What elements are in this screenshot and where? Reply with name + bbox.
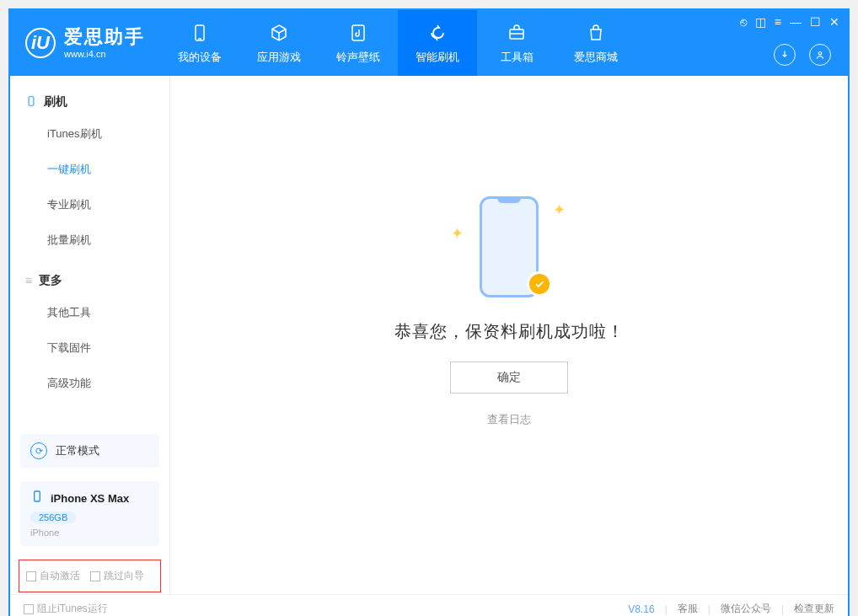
checkbox-icon — [24, 604, 34, 614]
checkbox-label: 阻止iTunes运行 — [37, 602, 108, 616]
sidebar-header-label: 更多 — [39, 273, 62, 288]
mode-box[interactable]: ⟳ 正常模式 — [20, 434, 159, 468]
nav-label: 应用游戏 — [257, 50, 301, 65]
nav-toolbox[interactable]: 工具箱 — [477, 10, 556, 76]
sidebar-section-flash: 刷机 iTunes刷机 一键刷机 专业刷机 批量刷机 — [10, 88, 169, 266]
footer-link-wechat[interactable]: 微信公众号 — [721, 602, 771, 616]
device-phone-icon — [30, 490, 44, 506]
sidebar-section-more: ≡ 更多 其他工具 下载固件 高级功能 — [10, 266, 169, 410]
nav-flash[interactable]: 智能刷机 — [398, 10, 477, 76]
sidebar-item-other-tools[interactable]: 其他工具 — [10, 295, 169, 330]
sidebar-header-more: ≡ 更多 — [10, 266, 169, 295]
checkbox-label: 跳过向导 — [104, 569, 144, 583]
window-controls: ⎋ ◫ ≡ — ☐ ✕ — [740, 15, 839, 29]
nav-label: 铃声壁纸 — [336, 50, 380, 65]
checkbox-block-itunes[interactable]: 阻止iTunes运行 — [24, 602, 108, 616]
checkbox-icon — [26, 571, 36, 581]
device-box[interactable]: iPhone XS Max 256GB iPhone — [20, 481, 159, 546]
header-right-icons — [774, 44, 831, 66]
bag-icon — [584, 21, 608, 45]
sidebar-item-download-fw[interactable]: 下载固件 — [10, 330, 169, 366]
success-illustration: ✦ ✦ — [471, 192, 547, 302]
download-icon[interactable] — [774, 44, 796, 66]
footer: 阻止iTunes运行 V8.16 | 客服 | 微信公众号 | 检查更新 — [10, 594, 848, 616]
footer-right: V8.16 | 客服 | 微信公众号 | 检查更新 — [628, 602, 834, 616]
sparkle-icon: ✦ — [451, 224, 464, 243]
header: iU 爱思助手 www.i4.cn 我的设备 应用游戏 — [10, 10, 848, 76]
view-log-link[interactable]: 查看日志 — [487, 412, 531, 427]
checkbox-auto-activate[interactable]: 自动激活 — [26, 569, 80, 583]
menu-icon[interactable]: ≡ — [775, 15, 781, 29]
sidebar-item-itunes-flash[interactable]: iTunes刷机 — [10, 116, 169, 152]
footer-link-update[interactable]: 检查更新 — [794, 602, 834, 616]
footer-link-cs[interactable]: 客服 — [678, 602, 698, 616]
nav-store[interactable]: 爱思商城 — [556, 10, 635, 76]
version-label: V8.16 — [628, 603, 654, 615]
list-icon: ≡ — [25, 274, 32, 287]
cube-icon — [267, 21, 291, 45]
phone-icon — [25, 95, 37, 110]
minimize-button[interactable]: — — [790, 15, 802, 29]
maximize-button[interactable]: ☐ — [810, 15, 821, 29]
nav-label: 工具箱 — [501, 50, 534, 65]
sidebar-item-batch-flash[interactable]: 批量刷机 — [10, 222, 169, 258]
device-type: iPhone — [30, 528, 149, 538]
device-name: iPhone XS Max — [51, 492, 129, 505]
sidebar-item-advanced[interactable]: 高级功能 — [10, 366, 169, 401]
checkbox-label: 自动激活 — [40, 569, 80, 583]
confirm-button[interactable]: 确定 — [450, 362, 568, 394]
close-button[interactable]: ✕ — [829, 15, 839, 29]
checkbox-icon — [90, 571, 100, 581]
app-subtitle: www.i4.cn — [64, 49, 145, 60]
app-window: iU 爱思助手 www.i4.cn 我的设备 应用游戏 — [8, 8, 850, 616]
body: 刷机 iTunes刷机 一键刷机 专业刷机 批量刷机 ≡ 更多 其他工具 下载固… — [10, 76, 848, 594]
mode-icon: ⟳ — [30, 442, 47, 459]
main-nav: 我的设备 应用游戏 铃声壁纸 智能刷机 — [160, 10, 635, 76]
device-capacity: 256GB — [30, 512, 76, 523]
sidebar-header-label: 刷机 — [44, 94, 67, 110]
user-icon[interactable] — [809, 44, 831, 66]
mode-label: 正常模式 — [56, 443, 99, 458]
nav-label: 我的设备 — [178, 50, 222, 65]
sidebar: 刷机 iTunes刷机 一键刷机 专业刷机 批量刷机 ≡ 更多 其他工具 下载固… — [10, 76, 170, 594]
main-content: ✦ ✦ 恭喜您，保资料刷机成功啦！ 确定 查看日志 — [170, 76, 848, 594]
app-title: 爱思助手 — [64, 26, 145, 48]
svg-rect-2 — [352, 25, 364, 40]
refresh-icon — [426, 21, 449, 45]
nav-apps-games[interactable]: 应用游戏 — [239, 10, 319, 76]
logo-text: 爱思助手 www.i4.cn — [64, 26, 145, 60]
sidebar-item-oneclick-flash[interactable]: 一键刷机 — [10, 152, 169, 187]
nav-label: 智能刷机 — [416, 50, 459, 65]
svg-rect-5 — [29, 96, 34, 105]
toolbox-icon — [505, 21, 528, 45]
sidebar-header-flash: 刷机 — [10, 88, 169, 116]
nav-ringtones[interactable]: 铃声壁纸 — [319, 10, 398, 76]
logo-icon: iU — [25, 28, 56, 58]
device-icon — [188, 21, 212, 45]
logo-area: iU 爱思助手 www.i4.cn — [10, 10, 160, 76]
shirt-icon[interactable]: ⎋ — [740, 15, 747, 29]
svg-point-4 — [818, 52, 822, 56]
nav-label: 爱思商城 — [574, 50, 618, 65]
music-icon — [346, 21, 370, 45]
check-badge-icon — [527, 271, 552, 297]
nav-my-device[interactable]: 我的设备 — [160, 10, 239, 76]
success-title: 恭喜您，保资料刷机成功啦！ — [394, 320, 625, 343]
sparkle-icon: ✦ — [553, 201, 566, 219]
redbox-options: 自动激活 跳过向导 — [19, 560, 161, 592]
svg-rect-6 — [35, 491, 40, 501]
sidebar-item-pro-flash[interactable]: 专业刷机 — [10, 187, 169, 222]
checkbox-skip-guide[interactable]: 跳过向导 — [90, 569, 144, 583]
lock-icon[interactable]: ◫ — [755, 15, 766, 29]
